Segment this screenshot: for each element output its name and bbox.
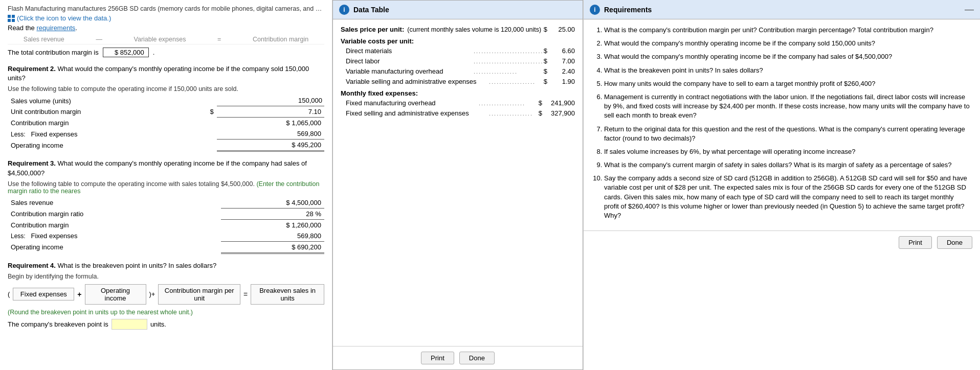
req-item-9: What is the company's current margin of … (604, 160, 970, 170)
requirements-link[interactable]: requirements (36, 24, 75, 32)
table-row: Less: Fixed expenses 569,800 (8, 128, 324, 140)
dm-label: Direct materials (346, 47, 474, 55)
click-icon-link[interactable]: (Click the icon to view the data.) (8, 14, 324, 22)
label-contrib-margin-3: Contribution margin (8, 219, 206, 230)
req4-round-note: (Round the breakeven point in units up t… (8, 309, 324, 316)
grid-icon (8, 15, 15, 22)
value-operating-income-3: $ 690,200 (221, 241, 324, 253)
vs-dollar: $ (544, 78, 547, 85)
vmo-value: 2.40 (549, 67, 575, 75)
dl-dollar: $ (544, 57, 547, 65)
table-row: Sales revenue $ 4,500,000 (8, 197, 324, 209)
header-dash: — (96, 36, 102, 43)
req-info-icon: i (590, 5, 600, 15)
table-row: Contribution margin ratio 28 % (8, 208, 324, 219)
info-icon: i (339, 5, 349, 15)
req-done-button[interactable]: Done (937, 236, 972, 249)
table-row: Operating income $ 690,200 (8, 241, 324, 253)
req-item-6: Management is currently in contract nego… (604, 92, 970, 121)
variable-costs-title: Variable costs per unit: (341, 37, 575, 45)
popup-done-button[interactable]: Done (459, 352, 495, 364)
popup-print-button[interactable]: Print (421, 352, 454, 364)
formula-box-result: Breakeven sales in units (251, 284, 324, 305)
requirement-4-section: Requirement 4. What is the breakeven poi… (8, 261, 324, 330)
scrolled-header-row: Sales revenue — Variable expenses = Cont… (8, 35, 324, 44)
popup-title: Data Table (353, 6, 389, 14)
vs-label: Variable selling and administrative expe… (346, 78, 489, 85)
req-item-7: Return to the original data for this que… (604, 125, 970, 143)
label-unit-contrib: Unit contribution margin (8, 106, 207, 118)
read-requirements: Read the requirements. (8, 24, 324, 32)
fsa-label: Fixed selling and administrative expense… (346, 109, 489, 117)
popup-footer: Print Done (333, 346, 583, 369)
left-panel: Flash Manufacturing manufactures 256GB S… (0, 0, 332, 370)
requirements-list: What is the company's contribution margi… (594, 26, 970, 220)
vs-value: 1.90 (549, 78, 575, 85)
total-contrib-dot: . (153, 49, 155, 56)
formula-plus: + (77, 290, 81, 298)
fmo-dollar: $ (539, 99, 542, 107)
monthly-fixed-title: Monthly fixed expenses: (341, 89, 575, 97)
breakeven-suffix: units. (150, 320, 166, 328)
req2-header: Requirement 2. What would the company's … (8, 64, 324, 83)
formula-close-plus: )+ (149, 290, 155, 298)
req3-subtext: Use the following table to compute the o… (8, 180, 324, 195)
header-variable-expenses: Variable expenses (134, 36, 186, 43)
breakeven-label: The company's breakeven point is (8, 320, 108, 328)
value-sales-revenue: $ 4,500,000 (221, 197, 324, 209)
req-item-1: What is the company's contribution margi… (604, 26, 970, 35)
vs-dots: .................. (489, 79, 544, 85)
dm-dollar: $ (544, 47, 547, 55)
top-description: Flash Manufacturing manufactures 256GB S… (8, 5, 324, 12)
formula-row: ( Fixed expenses + Operating income )+ C… (8, 284, 324, 305)
req4-breakeven-row: The company's breakeven point is units. (8, 319, 324, 330)
total-contrib-label: The total contribution margin is (8, 49, 99, 56)
svg-rect-0 (8, 15, 11, 18)
formula-box-op-income: Operating income (85, 284, 146, 305)
sales-price-row: Sales price per unit: (current monthly s… (341, 26, 575, 33)
dl-dots: ................................ (474, 58, 544, 64)
breakeven-input[interactable] (112, 319, 147, 330)
formula-box-cm-unit: Contribution margin per unit (158, 284, 240, 305)
minimize-button[interactable]: — (965, 4, 974, 15)
table-row: Less: Fixed expenses 569,800 (8, 230, 324, 242)
data-table-content: Sales price per unit: (current monthly s… (333, 19, 583, 346)
table-row: Operating income $ 495,200 (8, 140, 324, 151)
var-mfg-overhead-row: Variable manufacturing overhead ........… (341, 67, 575, 75)
value-fixed-expenses: 569,800 (217, 128, 324, 140)
table-row: Unit contribution margin $ 7.10 (8, 106, 324, 118)
total-contrib-value: $ 852,000 (103, 48, 149, 57)
label-cm-ratio: Contribution margin ratio (8, 208, 206, 219)
req2-subtext: Use the following table to compute the o… (8, 85, 324, 92)
header-sales-revenue: Sales revenue (24, 36, 64, 43)
dl-label: Direct labor (346, 57, 474, 65)
label-operating-income-3: Operating income (8, 241, 206, 253)
req-item-3: What would the company's monthly operati… (604, 52, 970, 61)
formula-paren-open: ( (8, 290, 10, 298)
fmo-label: Fixed manufacturing overhead (346, 99, 479, 107)
req3-green-note: (Enter the contribution margin ratio to … (8, 180, 319, 195)
sales-price-note: (current monthly sales volume is 120,000… (407, 26, 541, 33)
total-contribution-margin-row: The total contribution margin is $ 852,0… (8, 48, 324, 57)
direct-labor-row: Direct labor ...........................… (341, 57, 575, 65)
fsa-dots: ................. (489, 110, 539, 117)
req2-table: Sales volume (units) 150,000 Unit contri… (8, 95, 324, 152)
requirements-title: Requirements (604, 6, 652, 14)
table-row: Contribution margin $ 1,260,000 (8, 219, 324, 230)
req-content: What is the company's contribution margi… (584, 19, 980, 230)
value-operating-income: $ 495,200 (217, 140, 324, 151)
fmo-value: 241,900 (544, 99, 575, 107)
requirements-panel: i Requirements — What is the company's c… (583, 0, 980, 370)
req-print-button[interactable]: Print (899, 236, 932, 249)
req4-subtext: Begin by identifying the formula. (8, 273, 324, 280)
direct-materials-row: Direct materials .......................… (341, 47, 575, 55)
label-contrib-margin: Contribution margin (8, 118, 207, 129)
dl-value: 7.00 (549, 57, 575, 65)
req4-header: Requirement 4. What is the breakeven poi… (8, 261, 324, 270)
fsa-dollar: $ (539, 109, 542, 117)
req3-header: Requirement 3. What would the company's … (8, 159, 324, 177)
var-selling-row: Variable selling and administrative expe… (341, 78, 575, 85)
req3-table: Sales revenue $ 4,500,000 Contribution m… (8, 197, 324, 254)
fsa-value: 327,900 (544, 109, 575, 117)
value-fixed-expenses-3: 569,800 (221, 230, 324, 242)
